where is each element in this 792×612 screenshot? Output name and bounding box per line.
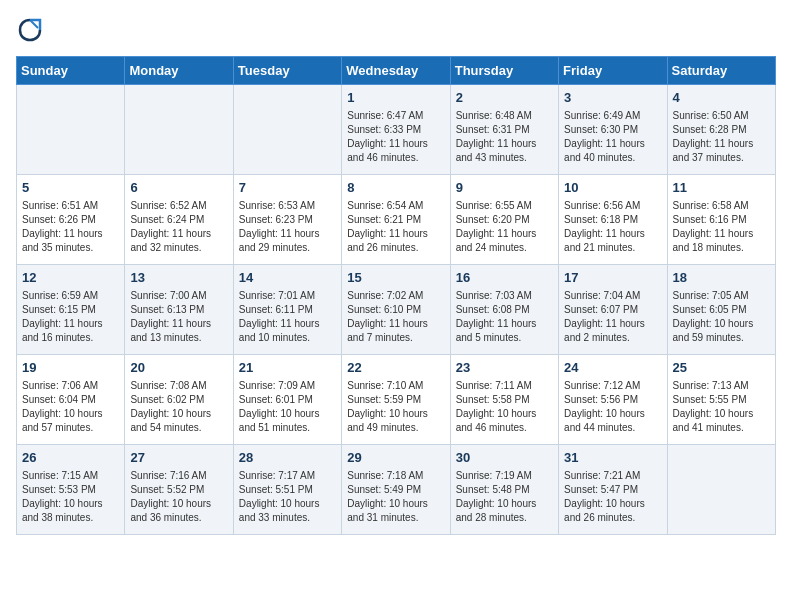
calendar-cell: 4Sunrise: 6:50 AM Sunset: 6:28 PM Daylig… bbox=[667, 85, 775, 175]
day-content: Sunrise: 6:48 AM Sunset: 6:31 PM Dayligh… bbox=[456, 109, 553, 165]
calendar-cell bbox=[233, 85, 341, 175]
calendar-cell: 6Sunrise: 6:52 AM Sunset: 6:24 PM Daylig… bbox=[125, 175, 233, 265]
calendar-cell: 19Sunrise: 7:06 AM Sunset: 6:04 PM Dayli… bbox=[17, 355, 125, 445]
calendar-cell: 15Sunrise: 7:02 AM Sunset: 6:10 PM Dayli… bbox=[342, 265, 450, 355]
day-number: 21 bbox=[239, 359, 336, 377]
day-content: Sunrise: 7:04 AM Sunset: 6:07 PM Dayligh… bbox=[564, 289, 661, 345]
header-cell-saturday: Saturday bbox=[667, 57, 775, 85]
calendar-cell: 28Sunrise: 7:17 AM Sunset: 5:51 PM Dayli… bbox=[233, 445, 341, 535]
day-number: 19 bbox=[22, 359, 119, 377]
day-number: 7 bbox=[239, 179, 336, 197]
week-row-2: 5Sunrise: 6:51 AM Sunset: 6:26 PM Daylig… bbox=[17, 175, 776, 265]
day-number: 23 bbox=[456, 359, 553, 377]
header-cell-sunday: Sunday bbox=[17, 57, 125, 85]
calendar-cell: 29Sunrise: 7:18 AM Sunset: 5:49 PM Dayli… bbox=[342, 445, 450, 535]
calendar-cell bbox=[667, 445, 775, 535]
day-content: Sunrise: 6:55 AM Sunset: 6:20 PM Dayligh… bbox=[456, 199, 553, 255]
day-content: Sunrise: 7:17 AM Sunset: 5:51 PM Dayligh… bbox=[239, 469, 336, 525]
calendar-cell: 1Sunrise: 6:47 AM Sunset: 6:33 PM Daylig… bbox=[342, 85, 450, 175]
calendar-cell: 16Sunrise: 7:03 AM Sunset: 6:08 PM Dayli… bbox=[450, 265, 558, 355]
week-row-3: 12Sunrise: 6:59 AM Sunset: 6:15 PM Dayli… bbox=[17, 265, 776, 355]
day-number: 15 bbox=[347, 269, 444, 287]
header-cell-monday: Monday bbox=[125, 57, 233, 85]
day-number: 20 bbox=[130, 359, 227, 377]
day-content: Sunrise: 6:47 AM Sunset: 6:33 PM Dayligh… bbox=[347, 109, 444, 165]
calendar-cell: 20Sunrise: 7:08 AM Sunset: 6:02 PM Dayli… bbox=[125, 355, 233, 445]
day-content: Sunrise: 7:01 AM Sunset: 6:11 PM Dayligh… bbox=[239, 289, 336, 345]
header-cell-wednesday: Wednesday bbox=[342, 57, 450, 85]
calendar-cell bbox=[125, 85, 233, 175]
calendar-cell: 3Sunrise: 6:49 AM Sunset: 6:30 PM Daylig… bbox=[559, 85, 667, 175]
day-number: 28 bbox=[239, 449, 336, 467]
day-content: Sunrise: 7:03 AM Sunset: 6:08 PM Dayligh… bbox=[456, 289, 553, 345]
calendar-cell: 14Sunrise: 7:01 AM Sunset: 6:11 PM Dayli… bbox=[233, 265, 341, 355]
calendar-cell: 26Sunrise: 7:15 AM Sunset: 5:53 PM Dayli… bbox=[17, 445, 125, 535]
calendar-table: SundayMondayTuesdayWednesdayThursdayFrid… bbox=[16, 56, 776, 535]
day-number: 8 bbox=[347, 179, 444, 197]
week-row-4: 19Sunrise: 7:06 AM Sunset: 6:04 PM Dayli… bbox=[17, 355, 776, 445]
day-content: Sunrise: 6:49 AM Sunset: 6:30 PM Dayligh… bbox=[564, 109, 661, 165]
calendar-cell: 13Sunrise: 7:00 AM Sunset: 6:13 PM Dayli… bbox=[125, 265, 233, 355]
day-number: 24 bbox=[564, 359, 661, 377]
calendar-header: SundayMondayTuesdayWednesdayThursdayFrid… bbox=[17, 57, 776, 85]
calendar-cell: 8Sunrise: 6:54 AM Sunset: 6:21 PM Daylig… bbox=[342, 175, 450, 265]
day-number: 13 bbox=[130, 269, 227, 287]
day-content: Sunrise: 7:11 AM Sunset: 5:58 PM Dayligh… bbox=[456, 379, 553, 435]
calendar-cell: 25Sunrise: 7:13 AM Sunset: 5:55 PM Dayli… bbox=[667, 355, 775, 445]
calendar-cell: 24Sunrise: 7:12 AM Sunset: 5:56 PM Dayli… bbox=[559, 355, 667, 445]
calendar-cell: 27Sunrise: 7:16 AM Sunset: 5:52 PM Dayli… bbox=[125, 445, 233, 535]
day-number: 3 bbox=[564, 89, 661, 107]
calendar-cell: 11Sunrise: 6:58 AM Sunset: 6:16 PM Dayli… bbox=[667, 175, 775, 265]
day-number: 6 bbox=[130, 179, 227, 197]
calendar-cell: 18Sunrise: 7:05 AM Sunset: 6:05 PM Dayli… bbox=[667, 265, 775, 355]
day-content: Sunrise: 6:58 AM Sunset: 6:16 PM Dayligh… bbox=[673, 199, 770, 255]
header-cell-tuesday: Tuesday bbox=[233, 57, 341, 85]
day-content: Sunrise: 7:15 AM Sunset: 5:53 PM Dayligh… bbox=[22, 469, 119, 525]
day-content: Sunrise: 7:09 AM Sunset: 6:01 PM Dayligh… bbox=[239, 379, 336, 435]
calendar-cell: 22Sunrise: 7:10 AM Sunset: 5:59 PM Dayli… bbox=[342, 355, 450, 445]
page-header bbox=[16, 16, 776, 44]
day-number: 12 bbox=[22, 269, 119, 287]
day-content: Sunrise: 7:10 AM Sunset: 5:59 PM Dayligh… bbox=[347, 379, 444, 435]
day-number: 27 bbox=[130, 449, 227, 467]
header-cell-friday: Friday bbox=[559, 57, 667, 85]
day-content: Sunrise: 7:05 AM Sunset: 6:05 PM Dayligh… bbox=[673, 289, 770, 345]
calendar-cell: 10Sunrise: 6:56 AM Sunset: 6:18 PM Dayli… bbox=[559, 175, 667, 265]
day-number: 30 bbox=[456, 449, 553, 467]
logo-icon bbox=[16, 16, 44, 44]
day-content: Sunrise: 7:08 AM Sunset: 6:02 PM Dayligh… bbox=[130, 379, 227, 435]
day-content: Sunrise: 7:02 AM Sunset: 6:10 PM Dayligh… bbox=[347, 289, 444, 345]
calendar-cell: 12Sunrise: 6:59 AM Sunset: 6:15 PM Dayli… bbox=[17, 265, 125, 355]
day-number: 31 bbox=[564, 449, 661, 467]
day-number: 4 bbox=[673, 89, 770, 107]
day-number: 26 bbox=[22, 449, 119, 467]
week-row-5: 26Sunrise: 7:15 AM Sunset: 5:53 PM Dayli… bbox=[17, 445, 776, 535]
day-number: 14 bbox=[239, 269, 336, 287]
day-number: 10 bbox=[564, 179, 661, 197]
day-number: 1 bbox=[347, 89, 444, 107]
header-row: SundayMondayTuesdayWednesdayThursdayFrid… bbox=[17, 57, 776, 85]
calendar-cell: 7Sunrise: 6:53 AM Sunset: 6:23 PM Daylig… bbox=[233, 175, 341, 265]
day-number: 5 bbox=[22, 179, 119, 197]
day-number: 16 bbox=[456, 269, 553, 287]
day-content: Sunrise: 7:16 AM Sunset: 5:52 PM Dayligh… bbox=[130, 469, 227, 525]
day-content: Sunrise: 6:52 AM Sunset: 6:24 PM Dayligh… bbox=[130, 199, 227, 255]
day-content: Sunrise: 7:12 AM Sunset: 5:56 PM Dayligh… bbox=[564, 379, 661, 435]
header-cell-thursday: Thursday bbox=[450, 57, 558, 85]
day-content: Sunrise: 6:53 AM Sunset: 6:23 PM Dayligh… bbox=[239, 199, 336, 255]
calendar-cell: 5Sunrise: 6:51 AM Sunset: 6:26 PM Daylig… bbox=[17, 175, 125, 265]
day-number: 25 bbox=[673, 359, 770, 377]
day-number: 2 bbox=[456, 89, 553, 107]
day-number: 17 bbox=[564, 269, 661, 287]
day-content: Sunrise: 6:59 AM Sunset: 6:15 PM Dayligh… bbox=[22, 289, 119, 345]
calendar-body: 1Sunrise: 6:47 AM Sunset: 6:33 PM Daylig… bbox=[17, 85, 776, 535]
day-number: 9 bbox=[456, 179, 553, 197]
calendar-cell: 17Sunrise: 7:04 AM Sunset: 6:07 PM Dayli… bbox=[559, 265, 667, 355]
day-number: 29 bbox=[347, 449, 444, 467]
day-content: Sunrise: 6:54 AM Sunset: 6:21 PM Dayligh… bbox=[347, 199, 444, 255]
day-content: Sunrise: 7:21 AM Sunset: 5:47 PM Dayligh… bbox=[564, 469, 661, 525]
calendar-cell: 21Sunrise: 7:09 AM Sunset: 6:01 PM Dayli… bbox=[233, 355, 341, 445]
calendar-cell: 31Sunrise: 7:21 AM Sunset: 5:47 PM Dayli… bbox=[559, 445, 667, 535]
calendar-cell bbox=[17, 85, 125, 175]
calendar-cell: 9Sunrise: 6:55 AM Sunset: 6:20 PM Daylig… bbox=[450, 175, 558, 265]
